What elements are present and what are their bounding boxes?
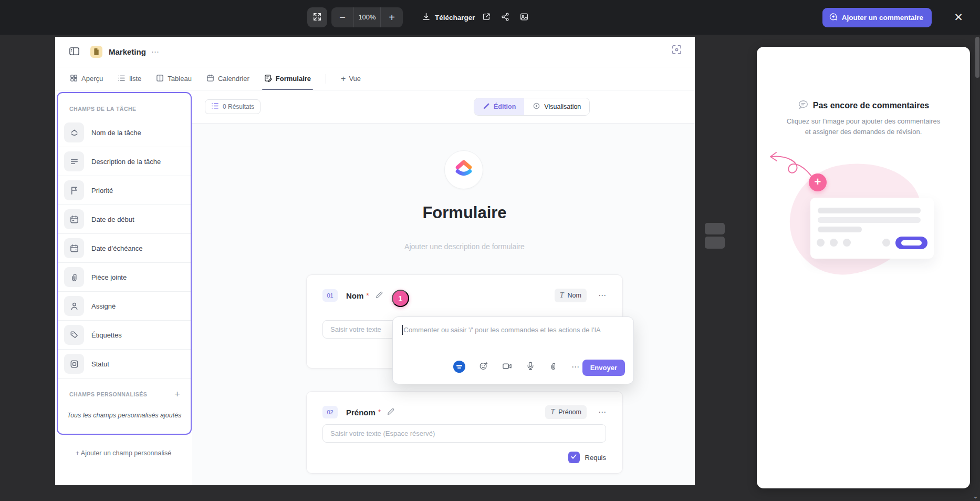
record-video-button[interactable] bbox=[502, 361, 512, 373]
field-type-label: Nom bbox=[568, 292, 581, 299]
zoom-out-button[interactable]: − bbox=[331, 7, 353, 27]
share-button[interactable] bbox=[501, 7, 510, 27]
field-menu-button[interactable]: ⋯ bbox=[598, 407, 607, 417]
edit-field-button[interactable] bbox=[387, 407, 395, 417]
task-fields-section-title: CHAMPS DE LA TÂCHE bbox=[69, 106, 179, 112]
zoom-level: 100% bbox=[353, 7, 381, 27]
microphone-icon bbox=[526, 361, 535, 372]
expand-icon bbox=[312, 12, 322, 23]
field-card-header: 02 Prénom * T Prénom bbox=[322, 405, 607, 419]
ai-assistant-button[interactable] bbox=[453, 361, 465, 373]
emoji-button[interactable] bbox=[479, 361, 488, 372]
close-button[interactable]: ✕ bbox=[948, 7, 968, 27]
board-icon bbox=[156, 74, 164, 84]
edit-field-button[interactable] bbox=[375, 291, 383, 301]
dimmed-background-element bbox=[705, 237, 725, 249]
list-icon bbox=[118, 74, 126, 84]
mode-edit-button[interactable]: Édition bbox=[474, 98, 524, 115]
field-number-badge: 01 bbox=[322, 289, 338, 302]
field-item-tags[interactable]: Étiquettes bbox=[58, 321, 191, 350]
illustration-comment-card bbox=[810, 198, 934, 259]
field-item-task-name[interactable]: Nom de la tâche bbox=[58, 118, 191, 147]
focus-mode-button[interactable] bbox=[671, 44, 682, 57]
zoom-in-button[interactable]: + bbox=[381, 7, 403, 27]
empty-comments-title: Pas encore de commentaires bbox=[813, 101, 929, 110]
placeholder-dot bbox=[882, 239, 890, 247]
required-toggle-row: Requis bbox=[568, 452, 606, 463]
results-button[interactable]: 0 Résultats bbox=[205, 99, 260, 114]
placeholder-button bbox=[895, 237, 927, 249]
add-comment-button[interactable]: Ajouter un commentaire bbox=[822, 8, 932, 27]
empty-comments-hint: Cliquez sur l’image pour ajouter des com… bbox=[757, 116, 970, 137]
comment-plus-icon bbox=[829, 13, 838, 23]
curved-arrow-icon bbox=[759, 150, 817, 189]
field-item-description[interactable]: Description de la tâche bbox=[58, 147, 191, 176]
results-bar: 0 Résultats Édition bbox=[192, 90, 695, 124]
image-button[interactable] bbox=[519, 7, 529, 27]
add-custom-field-button[interactable]: + Ajouter un champ personnalisé bbox=[55, 449, 192, 457]
document-type-icon bbox=[90, 46, 102, 58]
document-menu-button[interactable]: ⋯ bbox=[151, 47, 160, 57]
tab-liste[interactable]: liste bbox=[118, 67, 141, 90]
sidebar-toggle-button[interactable] bbox=[69, 46, 80, 58]
field-type-chip[interactable]: T Prénom bbox=[545, 405, 587, 419]
field-item-attachment[interactable]: Pièce jointe bbox=[58, 263, 191, 292]
check-icon bbox=[570, 453, 577, 462]
comment-marker-1[interactable]: 1 bbox=[392, 290, 409, 307]
open-external-button[interactable] bbox=[482, 7, 491, 27]
attach-file-button[interactable] bbox=[549, 362, 558, 372]
tab-tableau[interactable]: Tableau bbox=[156, 67, 192, 90]
form-logo[interactable] bbox=[444, 150, 483, 189]
tab-label: Formulaire bbox=[276, 75, 311, 83]
composer-more-button[interactable]: ⋯ bbox=[571, 362, 580, 372]
hint-line-1: Cliquez sur l’image pour ajouter des com… bbox=[787, 117, 941, 125]
field-item-label: Priorité bbox=[91, 187, 113, 195]
eye-target-icon bbox=[533, 102, 540, 111]
form-builder-area: 0 Résultats Édition bbox=[192, 90, 695, 485]
external-link-icon bbox=[482, 12, 491, 23]
field-item-assignee[interactable]: Assigné bbox=[58, 292, 191, 321]
scan-target-icon bbox=[671, 49, 682, 57]
field-card-header: 01 Nom * T Nom bbox=[322, 289, 607, 302]
text-type-icon: T bbox=[560, 291, 564, 300]
send-comment-button[interactable]: Envoyer bbox=[582, 360, 625, 376]
form-title[interactable]: Formulaire bbox=[306, 203, 623, 222]
field-item-priority[interactable]: Priorité bbox=[58, 176, 191, 205]
field-controls: T Nom ⋯ bbox=[555, 289, 607, 302]
add-view-button[interactable]: + Vue bbox=[341, 74, 361, 84]
page-scrollbar-thumb[interactable] bbox=[975, 37, 979, 78]
hint-line-2: et assigner des demandes de révision. bbox=[805, 128, 922, 136]
record-audio-button[interactable] bbox=[526, 361, 535, 372]
text-caret bbox=[402, 325, 403, 335]
tab-label: Aperçu bbox=[81, 75, 103, 83]
mode-view-button[interactable]: Visualisation bbox=[524, 98, 589, 115]
field-type-chip[interactable]: T Nom bbox=[555, 289, 587, 302]
download-button[interactable]: Télécharger bbox=[422, 7, 475, 27]
fit-to-screen-button[interactable] bbox=[307, 7, 327, 27]
status-icon bbox=[64, 354, 84, 374]
zoom-controls: − 100% + bbox=[331, 7, 403, 27]
scrollbar-down-arrow[interactable]: ⌄ bbox=[973, 492, 978, 500]
required-checkbox[interactable] bbox=[568, 452, 580, 463]
required-asterisk: * bbox=[378, 408, 381, 416]
placeholder-dot bbox=[843, 239, 851, 247]
form-description-placeholder[interactable]: Ajouter une description de formulaire bbox=[306, 242, 623, 251]
field-item-due-date[interactable]: Date d’échéance bbox=[58, 234, 191, 263]
pencil-icon bbox=[483, 103, 490, 111]
tab-calendrier[interactable]: Calendrier bbox=[206, 67, 249, 90]
field-item-status[interactable]: Statut bbox=[58, 350, 191, 379]
pencil-icon bbox=[387, 407, 395, 417]
tab-formulaire[interactable]: Formulaire bbox=[264, 67, 311, 90]
field-item-label: Assigné bbox=[91, 302, 116, 310]
review-toolbar: − 100% + Télécharger bbox=[0, 0, 980, 35]
field-item-start-date[interactable]: Date de début bbox=[58, 205, 191, 234]
field-menu-button[interactable]: ⋯ bbox=[598, 291, 607, 300]
field-prenom-input[interactable] bbox=[322, 424, 606, 443]
empty-comments-header: Pas encore de commentaires bbox=[757, 99, 970, 112]
share-icon bbox=[501, 12, 510, 23]
custom-fields-section-title: CHAMPS PERSONNALISÉS bbox=[69, 391, 147, 397]
emoji-plus-icon bbox=[479, 361, 488, 372]
tab-apercu[interactable]: Aperçu bbox=[70, 67, 103, 90]
add-custom-field-plus-button[interactable]: + bbox=[174, 389, 180, 399]
comment-input[interactable] bbox=[404, 326, 625, 334]
